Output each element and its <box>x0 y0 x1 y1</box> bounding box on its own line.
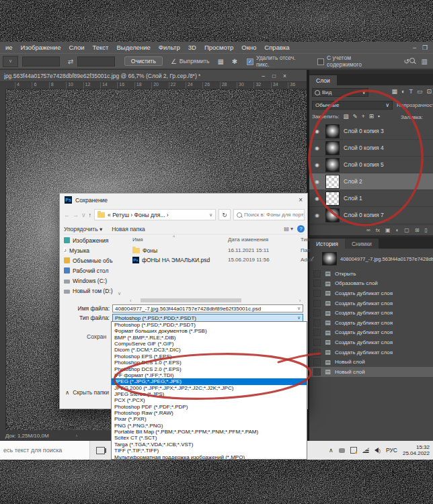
layer-group-icon[interactable]: ▢ <box>404 227 409 233</box>
format-option[interactable]: BMP (*.BMP;*.RLE;*.DIB) <box>112 335 307 341</box>
format-option[interactable]: Photoshop DCS 1.0 (*.EPS) <box>112 360 307 366</box>
view-mode-icon[interactable]: ▤ ▾ <box>284 226 293 232</box>
format-option[interactable]: Photoshop Raw (*.RAW) <box>112 410 307 416</box>
history-item[interactable]: ▤Создать дубликат слоя <box>309 347 433 358</box>
tray-expand-icon[interactable]: ∧ <box>329 447 333 454</box>
list-header[interactable]: Имя ^ Дата изменения Тип <box>132 237 301 244</box>
layer-filter-select[interactable]: Вид ∨ <box>312 88 368 97</box>
file-name-input[interactable]: 408004977_-7.jpg.563f44a01757e7428dbf89e… <box>112 304 303 312</box>
doc-close-icon[interactable]: × <box>283 73 286 79</box>
history-item[interactable]: ▤Создать дубликат слоя <box>309 337 433 347</box>
hide-folders-button[interactable]: ∧ Скрыть папки <box>65 389 109 396</box>
layer-row[interactable]: ◉Слой 0 копия 7 <box>309 207 433 224</box>
format-option[interactable]: JPEG (*.JPG;*.JPEG;*.JPE) <box>112 378 307 384</box>
swap-dimensions-icon[interactable]: ⇄ <box>68 58 73 65</box>
history-item[interactable]: ▤Новый слой <box>309 357 433 367</box>
delete-layer-icon[interactable]: ▯ <box>425 227 428 233</box>
lock-all-icon[interactable]: ▪ <box>378 113 380 120</box>
scroll-left-icon[interactable]: ‹ <box>130 298 135 303</box>
history-source-well[interactable] <box>313 300 321 307</box>
format-option[interactable]: Portable Bit Map (*.PBM;*.PGM;*.PPM;*.PN… <box>112 429 307 435</box>
sidebar-item[interactable]: Рабочий стол <box>64 265 127 276</box>
sidebar-item[interactable]: Windows (C:) <box>64 276 127 286</box>
status-chevron-icon[interactable]: › <box>76 433 78 439</box>
history-snapshot-row[interactable]: ⁄ 408004977_-7.jpg.563f44a01757e7428dbf8… <box>309 251 433 266</box>
straighten-icon[interactable]: ∠ <box>171 58 177 65</box>
layer-effects-icon[interactable]: fx <box>376 227 380 233</box>
format-option[interactable]: Photoshop (*.PSD;*.PDD;*.PSDT) <box>112 322 307 328</box>
scrollbar-thumb[interactable] <box>141 298 241 302</box>
tab-snapshots[interactable]: Снимки <box>345 239 379 249</box>
format-option[interactable]: Формат больших документов (*.PSB) <box>112 328 307 334</box>
menu-item[interactable]: Справка <box>260 44 293 51</box>
history-source-well[interactable] <box>313 319 321 327</box>
visibility-eye-icon[interactable]: ◉ <box>315 212 321 218</box>
menu-item[interactable]: Выделение <box>112 44 154 51</box>
format-option[interactable]: PCX (*.PCX) <box>112 397 307 403</box>
history-source-well[interactable] <box>313 368 321 376</box>
app-minimize-icon[interactable]: – <box>413 44 416 51</box>
sidebar-item[interactable]: ♪Музыка <box>64 245 127 255</box>
format-option[interactable]: Targa (*.TGA;*.VDA;*.ICB;*.VST) <box>112 442 307 448</box>
format-option[interactable]: JPEG Stereo (*.JPS) <box>112 391 307 397</box>
menu-item[interactable]: ие <box>1 44 17 51</box>
content-aware-checkbox[interactable] <box>317 58 324 65</box>
sidebar-item[interactable]: Объемные объ <box>64 255 127 265</box>
visibility-eye-icon[interactable]: ◉ <box>315 145 321 151</box>
menu-item[interactable]: 3D <box>184 44 200 51</box>
search-input[interactable]: Поиск в: Фоны для портрет... <box>233 209 305 220</box>
format-option[interactable]: JPEG 2000 (*.JPF;*.JPX;*.JP2;*.J2C;*.J2K… <box>112 385 307 391</box>
lock-position-icon[interactable]: + <box>362 113 365 120</box>
address-chevron-icon[interactable]: ∨ <box>209 212 212 218</box>
address-bar[interactable]: « Ретуш › Фоны для... › ∨ <box>94 209 216 220</box>
format-option[interactable]: Photoshop PDF (*.PDF;*.PDP) <box>112 404 307 410</box>
layer-row[interactable]: ◉Слой 0 копия 3 <box>309 123 433 140</box>
sidebar-item[interactable]: Изображения <box>64 235 127 245</box>
history-source-well[interactable] <box>313 309 321 317</box>
workspace-panel-icon[interactable]: ▥ <box>422 58 428 65</box>
horizontal-scrollbar[interactable]: ‹ › <box>130 298 305 303</box>
nav-forward-icon[interactable]: → <box>73 212 79 218</box>
reset-tool-icon[interactable]: ↺ <box>404 58 409 65</box>
column-name[interactable]: Имя <box>132 237 143 243</box>
language-indicator[interactable]: РУС <box>386 447 397 454</box>
smart-object-filter-icon[interactable]: ⊡ <box>426 88 432 95</box>
history-source-well[interactable] <box>313 349 321 356</box>
shape-filter-icon[interactable]: ▭ <box>417 88 423 95</box>
visibility-eye-icon[interactable]: ◉ <box>315 179 321 185</box>
nav-recent-chevron-icon[interactable]: ∨ <box>81 212 86 218</box>
app-maximize-icon[interactable]: ❐ <box>422 44 428 51</box>
lock-paint-icon[interactable]: ✎ <box>353 113 358 120</box>
history-item[interactable]: ▤Образовать слой <box>309 279 433 289</box>
tool-preset-dropdown[interactable]: ∨ <box>3 56 18 67</box>
doc-maximize-icon[interactable]: □ <box>272 73 276 79</box>
layer-row[interactable]: ◉Слой 0 копия 5 <box>309 157 433 173</box>
crop-width-input[interactable] <box>22 56 60 67</box>
breadcrumb[interactable]: « Ретуш › Фоны для... › <box>108 212 169 218</box>
search-icon[interactable] <box>409 58 416 65</box>
file-type-chevron-icon[interactable]: ∨ <box>297 315 301 321</box>
network-icon[interactable] <box>362 448 369 453</box>
lock-artboard-icon[interactable]: ⊞ <box>369 113 374 120</box>
help-icon[interactable]: ? <box>297 225 305 233</box>
nav-up-icon[interactable]: ↑ <box>89 212 92 218</box>
history-source-well[interactable] <box>313 339 321 346</box>
menu-item[interactable]: Окно <box>237 44 260 51</box>
volume-icon[interactable]: ) <box>375 448 381 453</box>
history-item[interactable]: ▤Создать дубликат слоя <box>309 318 433 328</box>
document-titlebar[interactable]: jpg.563f44a01757e7428dbf89e62f35001c.jpg… <box>0 70 307 82</box>
scroll-right-icon[interactable]: › <box>299 298 305 303</box>
visibility-eye-icon[interactable]: ◉ <box>315 162 321 168</box>
delete-cropped-checkbox[interactable]: ✓ <box>247 58 253 65</box>
task-view-button[interactable] <box>90 441 110 460</box>
clock[interactable]: 15:32 25.04.2022 <box>403 444 430 456</box>
history-item[interactable]: ▤Создать дубликат слоя <box>309 308 433 318</box>
straighten-label[interactable]: Выпрямить <box>180 58 210 65</box>
layer-row[interactable]: ◉Слой 1 <box>309 190 433 207</box>
menu-item[interactable]: Фильтр <box>155 44 184 51</box>
format-option[interactable]: Pixar (*.PXR) <box>112 416 307 422</box>
crop-height-input[interactable] <box>77 56 115 67</box>
taskbar-search-input[interactable]: есь текст для поиска <box>0 441 90 460</box>
file-row[interactable]: Фоны16.11.2021 15:11Пап <box>132 246 301 255</box>
menu-item[interactable]: Изображение <box>17 44 65 51</box>
